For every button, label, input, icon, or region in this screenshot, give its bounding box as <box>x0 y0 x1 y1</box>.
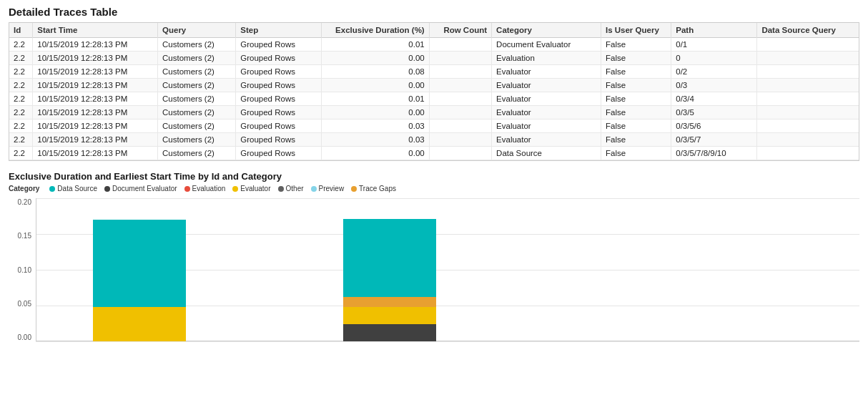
table-cell <box>429 52 491 65</box>
table-body: 2.210/15/2019 12:28:13 PMCustomers (2)Gr… <box>9 38 859 160</box>
legend-dot <box>49 186 55 192</box>
bar-stack <box>343 219 436 341</box>
y-axis-label: 0.20 <box>18 198 31 206</box>
table-row: 2.210/15/2019 12:28:13 PMCustomers (2)Gr… <box>9 52 859 65</box>
table-row: 2.210/15/2019 12:28:13 PMCustomers (2)Gr… <box>9 147 859 160</box>
table-cell: 0 <box>671 52 757 65</box>
table-row: 2.210/15/2019 12:28:13 PMCustomers (2)Gr… <box>9 65 859 79</box>
table-cell: 10/15/2019 12:28:13 PM <box>33 65 158 79</box>
table-cell <box>757 65 859 79</box>
col-header-datasource[interactable]: Data Source Query <box>757 23 859 38</box>
x-axis-label: 3.8 <box>343 346 436 347</box>
legend-item: Preview <box>311 185 345 192</box>
table-cell: 10/15/2019 12:28:13 PM <box>33 147 158 160</box>
table-cell: 0.08 <box>322 65 429 79</box>
table-cell: 2.2 <box>9 106 33 120</box>
table-cell <box>757 92 859 106</box>
chart-title: Exclusive Duration and Earliest Start Ti… <box>9 171 859 182</box>
table-cell: 0/3/5/6 <box>671 120 757 133</box>
table-cell: 0.00 <box>322 52 429 65</box>
col-header-rowcount[interactable]: Row Count <box>429 23 491 38</box>
table-cell: 2.2 <box>9 79 33 92</box>
table-cell <box>429 38 491 52</box>
legend-label: Evaluation <box>192 185 226 192</box>
table-cell: False <box>601 65 671 79</box>
table-cell <box>757 79 859 92</box>
table-cell: 10/15/2019 12:28:13 PM <box>33 52 158 65</box>
bar-group <box>93 220 186 341</box>
table-cell: Customers (2) <box>158 133 236 147</box>
table-cell <box>429 120 491 133</box>
table-cell: Evaluator <box>492 120 601 133</box>
col-header-start[interactable]: Start Time <box>33 23 158 38</box>
chart-plot-area: 2.23.8 <box>36 198 859 341</box>
table-cell: 10/15/2019 12:28:13 PM <box>33 133 158 147</box>
page-container: Detailed Traces Table Id Start Time Quer… <box>0 0 868 347</box>
table-cell: 2.2 <box>9 147 33 160</box>
table-cell: Evaluator <box>492 106 601 120</box>
legend-dot <box>311 186 317 192</box>
bar-segment <box>93 220 186 307</box>
table-cell: 0/3/5/7 <box>671 133 757 147</box>
table-cell: False <box>601 133 671 147</box>
col-header-excl[interactable]: Exclusive Duration (%) <box>322 23 429 38</box>
legend-label: Document Evaluator <box>112 185 177 192</box>
table-cell: 0/3/4 <box>671 92 757 106</box>
legend-category-label: Category <box>9 185 39 192</box>
table-cell: 2.2 <box>9 92 33 106</box>
y-axis-label: 0.05 <box>18 300 31 308</box>
table-cell <box>429 92 491 106</box>
legend-item: Data Source <box>49 185 97 192</box>
table-cell <box>757 52 859 65</box>
bars-area <box>36 198 859 341</box>
table-cell: Grouped Rows <box>236 147 322 160</box>
table-cell: 0.03 <box>322 133 429 147</box>
table-wrapper[interactable]: Id Start Time Query Step Exclusive Durat… <box>9 22 859 161</box>
table-cell <box>429 79 491 92</box>
table-cell: 2.2 <box>9 65 33 79</box>
legend-label: Evaluator <box>240 185 270 192</box>
table-cell: 0.03 <box>322 120 429 133</box>
table-cell: Customers (2) <box>158 92 236 106</box>
table-cell: Grouped Rows <box>236 106 322 120</box>
table-cell: 0/3/5/7/8/9/10 <box>671 147 757 160</box>
table-header-row: Id Start Time Query Step Exclusive Durat… <box>9 23 859 38</box>
table-cell: Evaluator <box>492 79 601 92</box>
table-cell: 2.2 <box>9 133 33 147</box>
table-cell: Customers (2) <box>158 120 236 133</box>
table-cell: Grouped Rows <box>236 38 322 52</box>
table-cell: False <box>601 106 671 120</box>
col-header-query[interactable]: Query <box>158 23 236 38</box>
table-cell <box>757 38 859 52</box>
col-header-userquery[interactable]: Is User Query <box>601 23 671 38</box>
table-cell <box>757 106 859 120</box>
table-cell: 10/15/2019 12:28:13 PM <box>33 120 158 133</box>
table-cell: False <box>601 38 671 52</box>
legend-dot <box>232 186 238 192</box>
bar-stack <box>93 220 186 341</box>
table-cell <box>757 133 859 147</box>
table-cell: Evaluator <box>492 133 601 147</box>
table-cell: 10/15/2019 12:28:13 PM <box>33 106 158 120</box>
y-axis-label: 0.15 <box>18 232 31 240</box>
table-cell <box>429 133 491 147</box>
col-header-path[interactable]: Path <box>671 23 757 38</box>
legend-item: Trace Gaps <box>351 185 396 192</box>
y-axis: 0.200.150.100.050.00 <box>9 198 36 341</box>
table-cell: 0.00 <box>322 106 429 120</box>
table-cell: 0/3 <box>671 79 757 92</box>
table-cell: 0/2 <box>671 65 757 79</box>
table-cell: 0.01 <box>322 92 429 106</box>
legend-dot <box>184 186 190 192</box>
gridline-000 <box>36 341 859 342</box>
table-row: 2.210/15/2019 12:28:13 PMCustomers (2)Gr… <box>9 79 859 92</box>
col-header-category[interactable]: Category <box>492 23 601 38</box>
col-header-step[interactable]: Step <box>236 23 322 38</box>
legend-label: Data Source <box>57 185 97 192</box>
bar-segment <box>93 307 186 341</box>
table-cell: Customers (2) <box>158 65 236 79</box>
col-header-id[interactable]: Id <box>9 23 33 38</box>
table-cell: Customers (2) <box>158 52 236 65</box>
legend-item: Evaluator <box>232 185 270 192</box>
legend-item: Other <box>278 185 304 192</box>
